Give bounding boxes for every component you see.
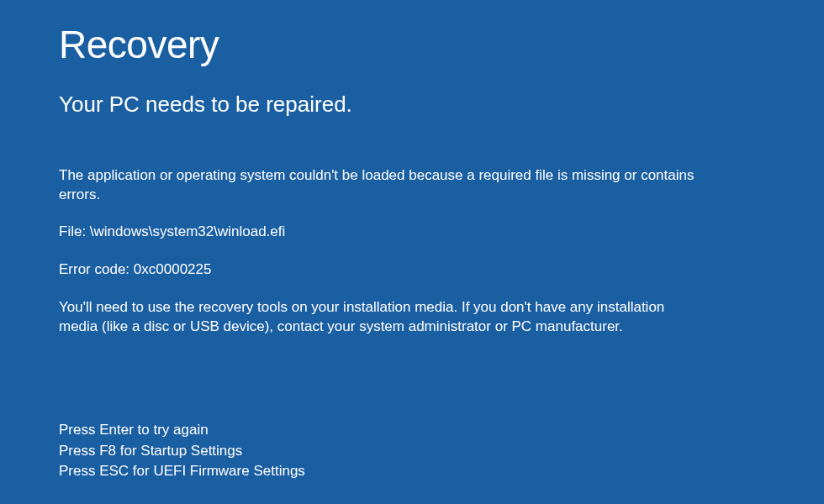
error-cause: The application or operating system coul… bbox=[59, 166, 706, 205]
keyboard-options: Press Enter to try again Press F8 for St… bbox=[59, 420, 305, 482]
recovery-screen: Recovery Your PC needs to be repaired. T… bbox=[0, 0, 824, 504]
option-enter[interactable]: Press Enter to try again bbox=[59, 420, 305, 441]
option-f8[interactable]: Press F8 for Startup Settings bbox=[59, 441, 305, 462]
recovery-instructions: You'll need to use the recovery tools on… bbox=[59, 298, 706, 337]
error-code: Error code: 0xc0000225 bbox=[59, 260, 706, 280]
page-title: Recovery bbox=[59, 24, 765, 66]
page-subtitle: Your PC needs to be repaired. bbox=[59, 92, 765, 118]
error-details: The application or operating system coul… bbox=[59, 166, 706, 338]
option-esc[interactable]: Press ESC for UEFI Firmware Settings bbox=[59, 461, 305, 482]
error-file: File: \windows\system32\winload.efi bbox=[59, 223, 706, 242]
